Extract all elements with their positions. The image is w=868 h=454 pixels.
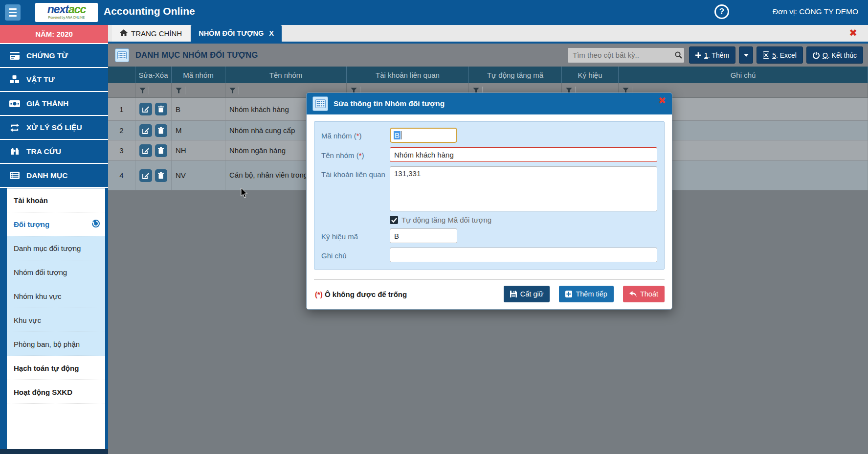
column-header-ky-hieu[interactable]: Ký hiệu: [562, 67, 619, 83]
filter-funnel-icon: [139, 88, 146, 93]
delete-row-button[interactable]: [155, 124, 168, 137]
cell-ma-nhom: NH: [172, 140, 225, 160]
column-header-tu-dong[interactable]: Tự động tăng mã: [469, 67, 562, 83]
sidebar-item-xu-ly-so-lieu[interactable]: XỬ LÝ SỐ LIỆU: [0, 116, 108, 140]
sidebar-item-label: TRA CỨU: [26, 147, 61, 156]
delete-row-button[interactable]: [155, 144, 168, 157]
column-header-num: [108, 67, 135, 83]
exit-button[interactable]: Thoát: [623, 286, 665, 302]
submenu-item-danh-muc-doi-tuong[interactable]: Danh mục đối tượng: [7, 236, 105, 260]
grid-toolbar: DANH MỤC NHÓM ĐỐI TƯỢNG 1. Thêm 5. Excel…: [108, 44, 868, 67]
excel-button-hotkey: 5: [772, 51, 776, 59]
edit-row-button[interactable]: [139, 169, 152, 182]
edit-row-button[interactable]: [139, 103, 152, 115]
tab-close-mark[interactable]: X: [269, 29, 274, 37]
filter-funnel-icon: [176, 88, 182, 93]
search-icon[interactable]: [675, 51, 682, 59]
submenu-item-phong-ban[interactable]: Phòng ban, bộ phận: [7, 332, 105, 356]
edit-row-button[interactable]: [139, 124, 152, 137]
money-icon: [9, 100, 21, 107]
tab-trang-chinh[interactable]: TRANG CHÍNH: [112, 25, 190, 42]
submenu-item-doi-tuong[interactable]: Đối tượng: [7, 212, 105, 236]
submenu-item-khu-vuc[interactable]: Khu vực: [7, 308, 105, 332]
tab-label: NHÓM ĐỐI TƯỢNG: [199, 29, 264, 37]
selected-text: B: [394, 131, 401, 139]
submenu-item-nhom-doi-tuong[interactable]: Nhóm đối tượng: [7, 260, 105, 284]
filter-cell[interactable]: [172, 83, 225, 97]
row-number: 3: [108, 140, 135, 160]
grid-title-icon: [115, 48, 129, 62]
list-icon: [9, 172, 21, 179]
field-label: Tên nhóm: [321, 151, 355, 159]
add-more-button[interactable]: Thêm tiếp: [559, 286, 613, 302]
help-icon[interactable]: ?: [714, 4, 729, 19]
filter-funnel-icon: [229, 88, 236, 93]
excel-icon: [763, 51, 769, 59]
ten-nhom-input[interactable]: [390, 147, 657, 162]
dialog-close-icon[interactable]: ✖: [658, 96, 666, 105]
column-header-tai-khoan[interactable]: Tài khoản liên quan: [347, 67, 469, 83]
submenu-item-hoat-dong-sxkd[interactable]: Hoạt động SXKD: [7, 380, 105, 404]
add-button[interactable]: 1. Thêm: [689, 46, 735, 64]
column-header-ma-nhom[interactable]: Mã nhóm: [172, 67, 225, 83]
cell-ma-nhom: M: [172, 121, 225, 140]
tab-nhom-doi-tuong[interactable]: NHÓM ĐỐI TƯỢNG X: [191, 25, 282, 42]
sidebar-item-vat-tu[interactable]: VẬT TƯ: [0, 68, 108, 92]
column-header-sua-xoa[interactable]: Sửa-Xóa: [135, 67, 172, 83]
delete-row-button[interactable]: [155, 103, 168, 115]
submenu-item-label: Hoạt động SXKD: [14, 388, 72, 396]
close-all-icon[interactable]: ✖: [849, 28, 857, 38]
tai-khoan-textarea[interactable]: 131,331: [390, 166, 657, 211]
submenu-item-label: Nhóm đối tượng: [14, 268, 67, 276]
excel-button-label: . Excel: [776, 51, 797, 59]
ky-hieu-input[interactable]: [390, 228, 457, 243]
column-header-ten-nhom[interactable]: Tên nhóm: [225, 67, 347, 83]
ma-nhom-input[interactable]: B: [390, 128, 457, 143]
submenu-item-label: Danh mục đối tượng: [14, 244, 81, 252]
cell-ma-nhom: NV: [172, 161, 225, 190]
tab-bar: TRANG CHÍNH NHÓM ĐỐI TƯỢNG X ✖: [108, 25, 868, 44]
field-label: Ghi chú: [321, 248, 390, 262]
auto-increase-checkbox[interactable]: [390, 216, 398, 224]
exit-button-label: Thoát: [640, 290, 658, 298]
home-icon: [120, 29, 128, 38]
hamburger-menu-button[interactable]: [5, 4, 21, 21]
process-icon: [9, 124, 21, 132]
checkbox-label[interactable]: Tự động tăng Mã đối tượng: [401, 216, 491, 224]
sidebar-item-danh-muc[interactable]: DANH MỤC: [0, 164, 108, 188]
dialog-header[interactable]: Sửa thông tin Nhóm đối tượng ✖: [307, 93, 672, 114]
sidebar-item-chung-tu[interactable]: CHỨNG TỪ: [0, 44, 108, 68]
cubes-icon: [9, 75, 21, 84]
edit-row-button[interactable]: [139, 144, 152, 157]
submenu-item-hach-toan[interactable]: Hạch toán tự động: [7, 356, 105, 380]
page-title: DANH MỤC NHÓM ĐỐI TƯỢNG: [135, 50, 258, 60]
submenu-item-label: Tài khoản: [14, 196, 48, 204]
sidebar-item-gia-thanh[interactable]: GIÁ THÀNH: [0, 92, 108, 116]
sidebar-item-label: CHỨNG TỪ: [26, 51, 68, 60]
submenu-item-tai-khoan[interactable]: Tài khoản: [7, 188, 105, 212]
excel-button[interactable]: 5. Excel: [757, 46, 803, 64]
column-header-ghi-chu[interactable]: Ghi chú: [619, 67, 868, 83]
required-note: (*) Ô không được để trống: [315, 290, 407, 298]
save-button[interactable]: Cất giữ: [504, 286, 550, 302]
field-label: Tài khoản liên quan: [321, 166, 390, 211]
year-banner[interactable]: NĂM: 2020: [0, 25, 108, 44]
chevron-down-icon: [744, 54, 749, 57]
ghi-chu-input[interactable]: [390, 248, 657, 262]
end-button-hotkey: Q: [823, 51, 828, 59]
delete-row-button[interactable]: [155, 169, 168, 182]
sidebar-item-tra-cuu[interactable]: TRA CỨU: [0, 140, 108, 164]
submenu-item-nhom-khu-vuc[interactable]: Nhóm khu vực: [7, 284, 105, 308]
document-icon: [9, 52, 21, 60]
search-input[interactable]: [568, 51, 675, 59]
filter-cell[interactable]: [135, 83, 172, 97]
add-more-button-label: Thêm tiếp: [576, 290, 607, 298]
plus-icon: [695, 52, 701, 58]
end-button[interactable]: Q. Kết thúc: [806, 46, 863, 64]
submenu-item-label: Hạch toán tự động: [14, 364, 79, 372]
search-box[interactable]: [568, 48, 684, 63]
dialog-title: Sửa thông tin Nhóm đối tượng: [334, 99, 445, 108]
add-dropdown-button[interactable]: [739, 46, 753, 64]
sidebar-submenu: Tài khoản Đối tượng Danh mục đối tượng N…: [7, 188, 107, 449]
app-logo: nextacc Powered by ANA ONLINE: [35, 3, 98, 22]
